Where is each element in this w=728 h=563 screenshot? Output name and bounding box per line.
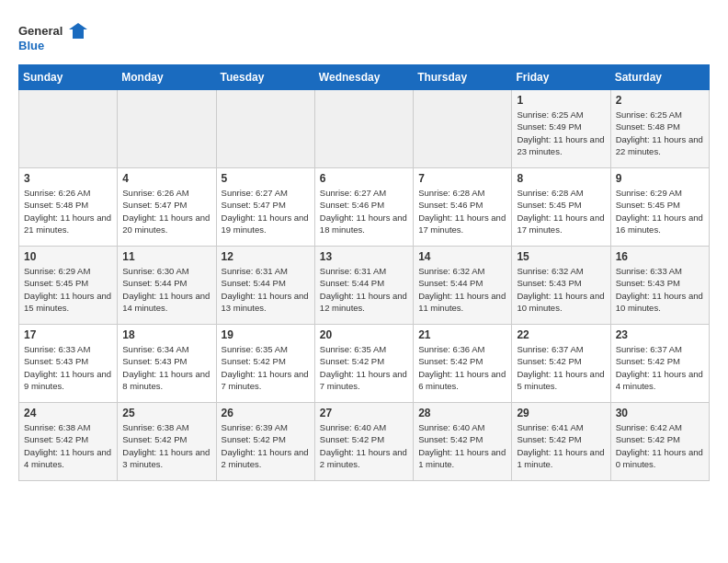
calendar-day-cell: 9Sunrise: 6:29 AM Sunset: 5:45 PM Daylig…	[610, 168, 709, 247]
day-info: Sunrise: 6:37 AM Sunset: 5:42 PM Dayligh…	[517, 343, 605, 392]
day-info: Sunrise: 6:42 AM Sunset: 5:42 PM Dayligh…	[616, 421, 704, 470]
day-info: Sunrise: 6:27 AM Sunset: 5:46 PM Dayligh…	[320, 187, 408, 236]
day-info: Sunrise: 6:29 AM Sunset: 5:45 PM Dayligh…	[24, 265, 112, 314]
day-number: 27	[320, 407, 408, 419]
day-number: 15	[517, 250, 605, 263]
calendar-day-cell: 27Sunrise: 6:40 AM Sunset: 5:42 PM Dayli…	[314, 403, 413, 481]
day-info: Sunrise: 6:38 AM Sunset: 5:42 PM Dayligh…	[122, 421, 210, 470]
weekday-header: Friday	[512, 65, 610, 90]
day-number: 13	[320, 250, 408, 263]
calendar-day-cell: 20Sunrise: 6:35 AM Sunset: 5:42 PM Dayli…	[314, 325, 413, 403]
day-info: Sunrise: 6:34 AM Sunset: 5:43 PM Dayligh…	[122, 343, 210, 392]
calendar-day-cell: 15Sunrise: 6:32 AM Sunset: 5:43 PM Dayli…	[512, 247, 610, 325]
day-info: Sunrise: 6:36 AM Sunset: 5:42 PM Dayligh…	[418, 343, 506, 392]
day-number: 20	[320, 328, 408, 341]
calendar-day-cell: 3Sunrise: 6:26 AM Sunset: 5:48 PM Daylig…	[19, 168, 118, 247]
day-info: Sunrise: 6:37 AM Sunset: 5:42 PM Dayligh…	[616, 343, 704, 392]
calendar-day-cell	[19, 90, 118, 168]
calendar-day-cell: 28Sunrise: 6:40 AM Sunset: 5:42 PM Dayli…	[414, 403, 512, 481]
calendar-day-cell: 26Sunrise: 6:39 AM Sunset: 5:42 PM Dayli…	[216, 403, 314, 481]
weekday-header: Monday	[118, 65, 216, 90]
weekday-header: Saturday	[610, 65, 709, 90]
day-info: Sunrise: 6:28 AM Sunset: 5:45 PM Dayligh…	[517, 187, 605, 236]
calendar-day-cell: 1Sunrise: 6:25 AM Sunset: 5:49 PM Daylig…	[512, 90, 610, 168]
day-number: 16	[616, 250, 704, 263]
day-info: Sunrise: 6:33 AM Sunset: 5:43 PM Dayligh…	[616, 265, 704, 314]
weekday-header: Tuesday	[216, 65, 314, 90]
day-info: Sunrise: 6:32 AM Sunset: 5:43 PM Dayligh…	[517, 265, 605, 314]
day-info: Sunrise: 6:40 AM Sunset: 5:42 PM Dayligh…	[418, 421, 506, 470]
day-info: Sunrise: 6:27 AM Sunset: 5:47 PM Dayligh…	[222, 187, 310, 236]
day-info: Sunrise: 6:28 AM Sunset: 5:46 PM Dayligh…	[418, 187, 506, 236]
logo: General Blue	[18, 18, 92, 55]
day-info: Sunrise: 6:39 AM Sunset: 5:42 PM Dayligh…	[222, 421, 310, 470]
day-number: 9	[616, 172, 704, 185]
calendar-day-cell: 16Sunrise: 6:33 AM Sunset: 5:43 PM Dayli…	[610, 247, 709, 325]
calendar-day-cell	[414, 90, 512, 168]
calendar-week-row: 17Sunrise: 6:33 AM Sunset: 5:43 PM Dayli…	[19, 325, 710, 403]
calendar-day-cell: 11Sunrise: 6:30 AM Sunset: 5:44 PM Dayli…	[118, 247, 216, 325]
day-info: Sunrise: 6:31 AM Sunset: 5:44 PM Dayligh…	[222, 265, 310, 314]
calendar-table: SundayMondayTuesdayWednesdayThursdayFrid…	[18, 64, 710, 481]
day-number: 10	[24, 250, 112, 263]
day-info: Sunrise: 6:26 AM Sunset: 5:47 PM Dayligh…	[122, 187, 210, 236]
day-number: 24	[24, 407, 112, 419]
calendar-day-cell: 17Sunrise: 6:33 AM Sunset: 5:43 PM Dayli…	[19, 325, 118, 403]
weekday-header: Sunday	[19, 65, 118, 90]
day-info: Sunrise: 6:35 AM Sunset: 5:42 PM Dayligh…	[222, 343, 310, 392]
weekday-header: Wednesday	[314, 65, 413, 90]
calendar-day-cell: 12Sunrise: 6:31 AM Sunset: 5:44 PM Dayli…	[216, 247, 314, 325]
day-info: Sunrise: 6:25 AM Sunset: 5:48 PM Dayligh…	[616, 109, 704, 157]
day-number: 26	[222, 407, 310, 419]
day-number: 11	[122, 250, 210, 263]
day-info: Sunrise: 6:32 AM Sunset: 5:44 PM Dayligh…	[418, 265, 506, 314]
day-info: Sunrise: 6:40 AM Sunset: 5:42 PM Dayligh…	[320, 421, 408, 470]
calendar-day-cell: 25Sunrise: 6:38 AM Sunset: 5:42 PM Dayli…	[118, 403, 216, 481]
calendar-day-cell: 22Sunrise: 6:37 AM Sunset: 5:42 PM Dayli…	[512, 325, 610, 403]
calendar-day-cell: 10Sunrise: 6:29 AM Sunset: 5:45 PM Dayli…	[19, 247, 118, 325]
day-number: 23	[616, 328, 704, 341]
day-number: 18	[122, 328, 210, 341]
svg-marker-2	[69, 23, 87, 39]
svg-text:Blue: Blue	[18, 39, 44, 52]
day-number: 3	[24, 172, 112, 185]
calendar-week-row: 3Sunrise: 6:26 AM Sunset: 5:48 PM Daylig…	[19, 168, 710, 247]
calendar-week-row: 24Sunrise: 6:38 AM Sunset: 5:42 PM Dayli…	[19, 403, 710, 481]
day-number: 19	[222, 328, 310, 341]
day-info: Sunrise: 6:26 AM Sunset: 5:48 PM Dayligh…	[24, 187, 112, 236]
day-number: 29	[517, 407, 605, 419]
day-number: 30	[616, 407, 704, 419]
calendar-day-cell: 14Sunrise: 6:32 AM Sunset: 5:44 PM Dayli…	[414, 247, 512, 325]
day-number: 2	[616, 94, 704, 107]
calendar-day-cell: 5Sunrise: 6:27 AM Sunset: 5:47 PM Daylig…	[216, 168, 314, 247]
day-number: 5	[222, 172, 310, 185]
page-header: General Blue	[18, 18, 710, 55]
day-number: 28	[418, 407, 506, 419]
calendar-day-cell: 8Sunrise: 6:28 AM Sunset: 5:45 PM Daylig…	[512, 168, 610, 247]
day-info: Sunrise: 6:29 AM Sunset: 5:45 PM Dayligh…	[616, 187, 704, 236]
calendar-day-cell: 24Sunrise: 6:38 AM Sunset: 5:42 PM Dayli…	[19, 403, 118, 481]
calendar-day-cell: 4Sunrise: 6:26 AM Sunset: 5:47 PM Daylig…	[118, 168, 216, 247]
calendar-header-row: SundayMondayTuesdayWednesdayThursdayFrid…	[19, 65, 710, 90]
calendar-day-cell: 29Sunrise: 6:41 AM Sunset: 5:42 PM Dayli…	[512, 403, 610, 481]
calendar-day-cell: 7Sunrise: 6:28 AM Sunset: 5:46 PM Daylig…	[414, 168, 512, 247]
day-info: Sunrise: 6:25 AM Sunset: 5:49 PM Dayligh…	[517, 109, 605, 157]
day-number: 7	[418, 172, 506, 185]
calendar-week-row: 10Sunrise: 6:29 AM Sunset: 5:45 PM Dayli…	[19, 247, 710, 325]
day-number: 1	[517, 94, 605, 107]
calendar-day-cell: 6Sunrise: 6:27 AM Sunset: 5:46 PM Daylig…	[314, 168, 413, 247]
day-number: 17	[24, 328, 112, 341]
calendar-day-cell	[118, 90, 216, 168]
calendar-day-cell: 23Sunrise: 6:37 AM Sunset: 5:42 PM Dayli…	[610, 325, 709, 403]
calendar-day-cell	[314, 90, 413, 168]
calendar-day-cell: 18Sunrise: 6:34 AM Sunset: 5:43 PM Dayli…	[118, 325, 216, 403]
day-info: Sunrise: 6:31 AM Sunset: 5:44 PM Dayligh…	[320, 265, 408, 314]
weekday-header: Thursday	[414, 65, 512, 90]
calendar-week-row: 1Sunrise: 6:25 AM Sunset: 5:49 PM Daylig…	[19, 90, 710, 168]
calendar-day-cell: 2Sunrise: 6:25 AM Sunset: 5:48 PM Daylig…	[610, 90, 709, 168]
calendar-day-cell	[216, 90, 314, 168]
calendar-day-cell: 19Sunrise: 6:35 AM Sunset: 5:42 PM Dayli…	[216, 325, 314, 403]
calendar-day-cell: 13Sunrise: 6:31 AM Sunset: 5:44 PM Dayli…	[314, 247, 413, 325]
day-info: Sunrise: 6:35 AM Sunset: 5:42 PM Dayligh…	[320, 343, 408, 392]
day-info: Sunrise: 6:33 AM Sunset: 5:43 PM Dayligh…	[24, 343, 112, 392]
